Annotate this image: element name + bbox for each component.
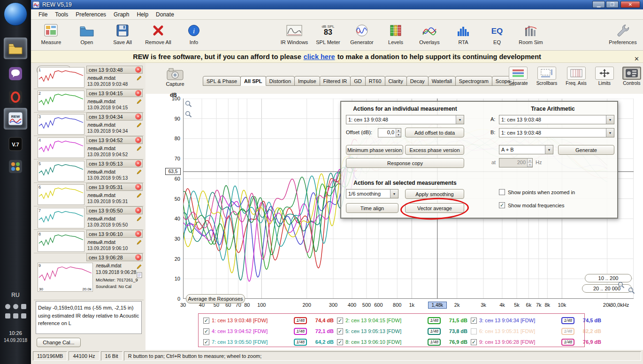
delete-measurement-icon[interactable]: × <box>135 90 141 96</box>
checkbox-icon[interactable] <box>499 189 505 195</box>
legend-checkbox-icon[interactable]: ✓ <box>203 339 209 345</box>
menu-help[interactable]: Help <box>133 10 152 19</box>
toolbar-spl-meter-button[interactable]: dB SPL83SPL Meter <box>314 22 342 45</box>
menu-donate[interactable]: Donate <box>152 10 178 19</box>
measurement-item-2[interactable]: 2сен 13 9:04:15×левый.mdat13.09.2018 9:0… <box>34 89 144 113</box>
measurement-header[interactable]: сен 13 9:06:28× <box>86 253 143 261</box>
measurement-header[interactable]: сен 13 9:04:34× <box>86 113 143 121</box>
toolbar-rta-button[interactable]: RTA <box>450 22 477 45</box>
fdw-window-badge[interactable]: 1/48 <box>561 339 574 346</box>
delete-measurement-icon[interactable]: × <box>135 114 141 120</box>
measurement-header[interactable]: сен 13 9:05:50× <box>86 206 143 214</box>
checkbox-icon[interactable]: ✓ <box>499 202 505 208</box>
taskbar-explorer-icon[interactable] <box>4 38 27 59</box>
change-cal-button[interactable]: Change Cal... <box>37 338 81 347</box>
toolbar-room-sim-button[interactable]: Room Sim <box>517 22 544 45</box>
legend-entry-4[interactable]: ✓4: сен 13 9:04:52 [FDW]1/4872,1 dB <box>203 326 334 336</box>
scrollbars-button[interactable]: Scrollbars <box>536 67 557 86</box>
legend-checkbox-icon[interactable]: ✓ <box>471 318 477 324</box>
measurement-item-1[interactable]: 1сен 13 9:03:48×левый.mdat13.09.2018 9:0… <box>34 66 144 89</box>
tab-impulse[interactable]: Impulse <box>294 76 320 86</box>
measurement-item-9[interactable]: сен 13 9:06:28×93020.0kлевый.mdat13.09.2… <box>34 253 144 300</box>
delete-measurement-icon[interactable]: × <box>135 207 141 213</box>
delete-measurement-icon[interactable]: × <box>135 137 141 143</box>
tab-rt60[interactable]: RT60 <box>365 76 385 86</box>
legend-entry-6[interactable]: 6: сен 13 9:05:31 [FDW]1/4882,2 dB <box>471 326 601 336</box>
measurement-item-6[interactable]: 6сен 13 9:05:31×левый.mdat13.09.2018 9:0… <box>34 183 144 206</box>
legend-checkbox-icon[interactable]: ✓ <box>203 318 209 324</box>
language-indicator[interactable]: RU <box>0 292 31 298</box>
operation-select[interactable]: A + B▼ <box>499 145 553 154</box>
fdw-window-badge[interactable]: 1/48 <box>294 339 307 346</box>
edit-pencil-icon[interactable] <box>136 169 142 175</box>
fdw-window-badge[interactable]: 1/48 <box>561 317 574 324</box>
menu-tools[interactable]: Tools <box>51 10 72 19</box>
close-button[interactable]: ✕ <box>620 1 640 8</box>
legend-checkbox-icon[interactable]: ✓ <box>203 328 209 334</box>
start-button[interactable] <box>4 2 27 26</box>
tab-filtered-ir[interactable]: Filtered IR <box>320 76 351 86</box>
tab-all-spl[interactable]: All SPL <box>240 76 266 86</box>
tab-waterfall[interactable]: Waterfall <box>428 76 456 86</box>
toolbar-generator-button[interactable]: Generator <box>348 22 375 45</box>
measurement-header[interactable]: сен 13 9:03:48× <box>86 66 143 74</box>
time-align-button[interactable]: Time align <box>346 203 398 213</box>
measurement-thumbnail[interactable]: 8 <box>38 231 84 252</box>
measurement-item-7[interactable]: 7сен 13 9:05:50×левый.mdat13.09.2018 9:0… <box>34 206 144 230</box>
toolbar-levels-button[interactable]: Levels <box>382 22 409 45</box>
toolbar-save-all-button[interactable]: Save All <box>109 22 136 45</box>
tab-gd[interactable]: GD <box>350 76 366 86</box>
toolbar-remove-all-button[interactable]: Remove All <box>145 22 172 45</box>
taskbar-opera-icon[interactable] <box>4 86 27 108</box>
tray-square-icon[interactable] <box>21 304 26 309</box>
legend-entry-1[interactable]: ✓1: сен 13 9:03:48 [FDW]1/4874,4 dB <box>203 316 334 325</box>
limits-button[interactable]: Limits <box>595 67 614 86</box>
average-responses-button[interactable]: Average the Responses <box>186 294 245 303</box>
taskbar-gallery-icon[interactable] <box>4 156 27 177</box>
generate-button[interactable]: Generate <box>558 145 614 155</box>
edit-pencil-icon[interactable] <box>136 216 142 222</box>
zoom-y-icon[interactable] <box>185 111 192 119</box>
legend-entry-7[interactable]: ✓7: сен 13 9:05:50 [FDW]1/4864,2 dB <box>203 337 334 347</box>
edit-pencil-icon[interactable] <box>136 264 142 270</box>
checkbox-show-modal-frequencies[interactable]: ✓Show modal frequencies <box>499 202 564 208</box>
controls-button[interactable]: Controls <box>622 67 641 86</box>
toolbar-overlays-button[interactable]: Overlays <box>416 22 443 45</box>
notes-icon[interactable] <box>137 272 142 278</box>
separate-button[interactable]: Separate <box>509 67 528 86</box>
vector-average-button[interactable]: Vector average <box>405 203 464 213</box>
measurement-header[interactable]: сен 13 9:05:31× <box>86 183 143 191</box>
zoom-in-icon[interactable] <box>618 281 625 289</box>
zoom-x-icon[interactable] <box>185 100 192 108</box>
taskbar-v7-icon[interactable]: V.7 <box>4 133 27 155</box>
measurement-select[interactable]: 1: сен 13 9:03:48▼ <box>346 115 464 124</box>
tray-bluetooth-icon[interactable] <box>5 313 10 318</box>
response-copy-button[interactable]: Response copy <box>346 158 464 168</box>
capture-control[interactable]: Capture <box>163 68 187 87</box>
clock-time[interactable]: 10:26 <box>0 330 31 336</box>
measurement-thumbnail[interactable]: 93020.0k <box>38 263 93 292</box>
maximize-button[interactable]: ❐ <box>606 1 619 8</box>
fdw-window-badge[interactable]: 1/48 <box>294 328 307 335</box>
legend-entry-5[interactable]: ✓5: сен 13 9:05:13 [FDW]1/4873,8 dB <box>337 326 467 336</box>
menu-graph[interactable]: Graph <box>110 10 133 19</box>
tab-decay[interactable]: Decay <box>406 76 429 86</box>
measurement-thumbnail[interactable]: 5 <box>38 161 84 182</box>
legend-checkbox-icon[interactable]: ✓ <box>471 339 477 345</box>
taskbar-viber-icon[interactable] <box>4 63 27 84</box>
legend-checkbox-icon[interactable]: ✓ <box>337 318 343 324</box>
measurement-header[interactable]: сен 13 9:04:52× <box>86 136 143 144</box>
fdw-window-badge[interactable]: 1/48 <box>294 317 307 324</box>
excess-phase-button[interactable]: Excess phase version <box>405 145 464 155</box>
legend-entry-3[interactable]: ✓3: сен 13 9:04:34 [FDW]1/4874,5 dB <box>471 316 601 325</box>
smoothing-select[interactable]: 1/6 smoothing▼ <box>346 189 398 198</box>
edit-pencil-icon[interactable] <box>136 192 142 198</box>
legend-checkbox-icon[interactable] <box>471 328 477 334</box>
tab-spectrogram[interactable]: Spectrogram <box>455 76 492 86</box>
measurement-thumbnail[interactable]: 1 <box>38 67 84 88</box>
add-offset-button[interactable]: Add offset to data <box>405 128 464 137</box>
tray-record-icon[interactable] <box>13 304 18 309</box>
toolbar-eq-button[interactable]: EQEQ <box>483 22 511 45</box>
measurement-header[interactable]: сен 13 9:06:10× <box>86 230 143 238</box>
tab-clarity[interactable]: Clarity <box>385 76 407 86</box>
